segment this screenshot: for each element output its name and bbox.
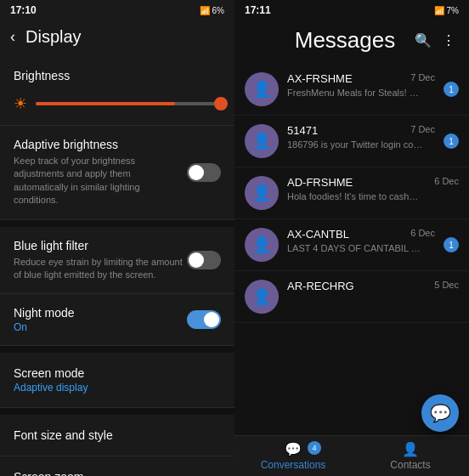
screen-mode-section[interactable]: Screen mode Adaptive display: [0, 353, 234, 408]
message-item[interactable]: 👤 AX-FRSHME 7 Dec FreshMenu Meals for St…: [234, 64, 469, 116]
right-time: 17:11: [245, 4, 271, 16]
message-sender: AD-FRSHME: [287, 176, 353, 189]
bottom-nav: 💬 Conversations 4 👤 Contacts: [234, 435, 469, 476]
messages-header: Messages 🔍 ⋮: [234, 20, 469, 60]
message-item[interactable]: 👤 AR-RECHRG 5 Dec: [234, 271, 469, 323]
screen-mode-label: Screen mode: [14, 366, 221, 380]
back-button[interactable]: ‹: [10, 28, 15, 46]
blue-light-filter-label: Blue light filter: [14, 239, 187, 252]
message-preview: FreshMenu Meals for Steals! Rs 50 OFF on…: [287, 87, 423, 99]
blue-light-filter-section[interactable]: Blue light filter Reduce eye strain by l…: [0, 227, 234, 295]
section-divider-2: [0, 346, 234, 353]
night-mode-section[interactable]: Night mode On: [0, 294, 234, 346]
message-content: 51471 7 Dec 186796 is your Twitter login…: [287, 124, 435, 150]
conversations-badge: 4: [308, 441, 321, 455]
blue-light-filter-text: Blue light filter Reduce eye strain by l…: [14, 239, 187, 282]
adaptive-brightness-toggle-knob: [189, 165, 204, 180]
screen-zoom-label: Screen zoom: [14, 470, 221, 476]
message-date: 7 Dec: [410, 72, 435, 82]
adaptive-brightness-sublabel: Keep track of your brightness adjustment…: [14, 155, 187, 207]
brightness-slider-track[interactable]: [36, 102, 221, 105]
night-mode-text: Night mode On: [14, 306, 75, 333]
messages-header-icons: 🔍 ⋮: [415, 32, 455, 48]
adaptive-brightness-label: Adaptive brightness: [14, 138, 187, 151]
conversations-label: Conversations: [261, 459, 326, 471]
message-sender: AR-RECHRG: [287, 280, 354, 292]
messages-list[interactable]: 👤 AX-FRSHME 7 Dec FreshMenu Meals for St…: [234, 60, 469, 435]
more-options-icon[interactable]: ⋮: [442, 32, 455, 48]
message-date: 6 Dec: [434, 176, 459, 186]
compose-fab-button[interactable]: 💬: [421, 394, 459, 432]
settings-scroll-area[interactable]: Brightness ☀ Adaptive brightness Keep tr…: [0, 57, 234, 476]
message-preview: LAST 4 DAYS OF CANTABIL SPECIAL PREVIEW …: [287, 242, 423, 254]
unread-badge: 1: [444, 237, 459, 252]
message-date: 7 Dec: [410, 124, 435, 134]
night-mode-label: Night mode: [14, 306, 75, 320]
brightness-slider-row[interactable]: ☀: [0, 82, 234, 126]
avatar: 👤: [245, 124, 279, 158]
display-header: ‹ Display: [0, 20, 234, 57]
font-size-label: Font size and style: [14, 428, 221, 442]
contacts-tab[interactable]: 👤 Contacts: [352, 436, 469, 476]
brightness-slider-fill: [36, 102, 175, 105]
compose-icon: 💬: [430, 403, 451, 423]
screen-mode-value: Adaptive display: [14, 382, 221, 394]
message-content: AX-CANTBL 6 Dec LAST 4 DAYS OF CANTABIL …: [287, 228, 435, 254]
adaptive-brightness-toggle[interactable]: [187, 163, 221, 182]
message-content: AR-RECHRG 5 Dec: [287, 280, 459, 294]
blue-light-filter-toggle-knob: [189, 252, 204, 268]
brightness-label: Brightness: [14, 69, 221, 82]
conversations-tab[interactable]: 💬 Conversations 4: [234, 436, 352, 476]
blue-light-filter-row: Blue light filter Reduce eye strain by l…: [14, 239, 221, 282]
blue-light-filter-toggle[interactable]: [187, 251, 221, 269]
contacts-label: Contacts: [390, 459, 430, 471]
message-preview: 186796 is your Twitter login code. Don't…: [287, 139, 423, 150]
adaptive-brightness-text: Adaptive brightness Keep track of your b…: [14, 138, 187, 207]
messages-title: Messages: [275, 27, 415, 54]
blue-light-filter-sublabel: Reduce eye strain by limiting the amount…: [14, 256, 187, 282]
font-size-section[interactable]: Font size and style: [0, 415, 234, 456]
contacts-icon: 👤: [402, 441, 419, 457]
unread-badge: 1: [444, 133, 459, 149]
left-time: 17:10: [10, 4, 37, 16]
adaptive-brightness-row: Adaptive brightness Keep track of your b…: [14, 138, 221, 207]
brightness-section: Brightness: [0, 57, 234, 82]
adaptive-brightness-section[interactable]: Adaptive brightness Keep track of your b…: [0, 126, 234, 220]
messages-panel: 17:11 📶 7% Messages 🔍 ⋮ 👤 AX-FRSHME: [234, 0, 469, 476]
section-divider-3: [0, 408, 234, 415]
message-sender: 51471: [287, 124, 318, 137]
left-status-icons: 📶 6%: [200, 6, 224, 15]
display-settings-panel: 17:10 📶 6% ‹ Display Brightness ☀ Adapti…: [0, 0, 234, 476]
right-status-bar: 17:11 📶 7%: [234, 0, 469, 20]
message-sender: AX-FRSHME: [287, 72, 353, 85]
night-mode-value: On: [14, 321, 75, 333]
message-item[interactable]: 👤 AD-FRSHME 6 Dec Hola foodies! It's tim…: [234, 167, 469, 219]
message-date: 5 Dec: [434, 280, 459, 290]
message-date: 6 Dec: [410, 228, 435, 238]
left-status-bar: 17:10 📶 6%: [0, 0, 234, 20]
search-icon[interactable]: 🔍: [415, 32, 432, 48]
conversations-icon: 💬: [285, 441, 302, 457]
night-mode-row: Night mode On: [14, 306, 221, 333]
unread-badge: 1: [444, 82, 459, 97]
message-content: AD-FRSHME 6 Dec Hola foodies! It's time …: [287, 176, 459, 202]
avatar: 👤: [245, 176, 279, 210]
message-content: AX-FRSHME 7 Dec FreshMenu Meals for Stea…: [287, 72, 435, 99]
message-item[interactable]: 👤 51471 7 Dec 186796 is your Twitter log…: [234, 116, 469, 167]
message-sender: AX-CANTBL: [287, 228, 349, 241]
screen-zoom-section[interactable]: Screen zoom: [0, 456, 234, 476]
message-item[interactable]: 👤 AX-CANTBL 6 Dec LAST 4 DAYS OF CANTABI…: [234, 219, 469, 271]
night-mode-toggle-knob: [204, 312, 219, 327]
right-status-icons: 📶 7%: [434, 6, 459, 15]
night-mode-toggle[interactable]: [187, 310, 221, 329]
section-divider-1: [0, 220, 234, 227]
avatar: 👤: [245, 228, 279, 262]
message-preview: Hola foodies! It's time to cashback. Pay…: [287, 190, 423, 202]
display-title: Display: [25, 27, 82, 47]
avatar: 👤: [245, 280, 279, 314]
avatar: 👤: [245, 72, 279, 106]
brightness-slider-thumb: [214, 97, 228, 110]
sun-icon: ☀: [14, 94, 27, 113]
